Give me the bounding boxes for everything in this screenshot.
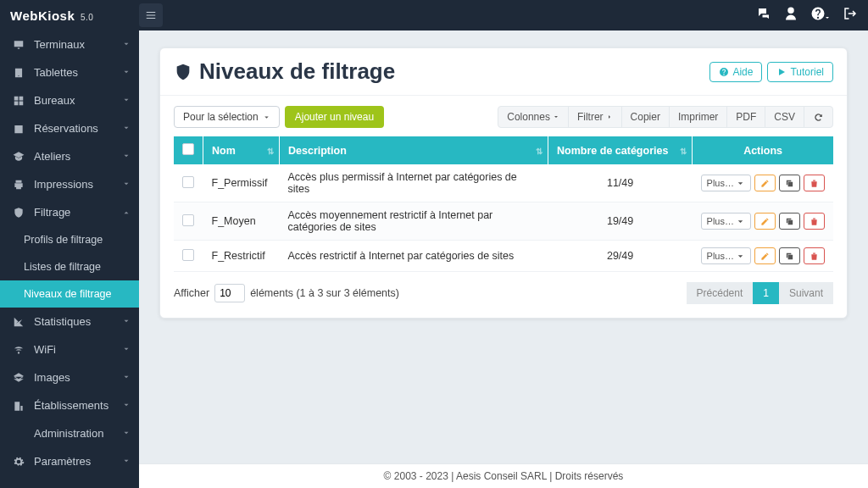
help-icon[interactable] (810, 6, 831, 25)
sidebar-item-label: Paramètres (34, 455, 91, 468)
sidebar-item-wifi[interactable]: WiFi (0, 336, 139, 363)
sidebar-subitem-profils-de-filtrage[interactable]: Profils de filtrage (0, 226, 139, 253)
cell-name: F_Moyen (203, 202, 280, 241)
sidebar-item-images[interactable]: Images (0, 363, 139, 391)
filter-button[interactable]: Filtrer (569, 107, 622, 127)
print-icon (10, 179, 27, 191)
table-row: F_Moyen Accès moyennement restrictif à I… (174, 202, 833, 241)
edit-button[interactable] (754, 213, 776, 230)
edit-button[interactable] (754, 175, 776, 191)
sidebar-item-label: Niveaux de filtrage (24, 288, 112, 300)
duplicate-button[interactable] (779, 247, 800, 264)
chevron-down-icon (122, 315, 131, 328)
sidebar-item-label: Statistiques (34, 315, 91, 328)
chevron-down-icon (122, 399, 131, 412)
tutorial-button[interactable]: Tutoriel (767, 62, 833, 82)
more-dropdown[interactable]: Plus… (701, 175, 751, 191)
refresh-button[interactable] (804, 107, 832, 127)
sidebar-subitem-niveaux-de-filtrage[interactable]: Niveaux de filtrage (0, 280, 139, 308)
row-checkbox[interactable] (182, 249, 194, 261)
sidebar-item-bureaux[interactable]: Bureaux (0, 86, 139, 114)
cell-description: Accès restrictif à Internet par catégori… (280, 241, 548, 272)
desktop-icon (10, 39, 27, 51)
sidebar-item-r-servations[interactable]: Réservations (0, 114, 139, 142)
sidebar-item-label: Tablettes (34, 66, 78, 79)
sidebar-item-label: Bureaux (34, 94, 75, 107)
selection-dropdown[interactable]: Pour la sélection (174, 106, 280, 128)
print-button[interactable]: Imprimer (670, 107, 727, 127)
page-1[interactable]: 1 (753, 282, 779, 304)
chevron-down-icon (122, 38, 131, 51)
delete-button[interactable] (804, 175, 825, 191)
more-dropdown[interactable]: Plus… (701, 213, 751, 230)
help-button[interactable]: Aide (709, 62, 762, 82)
sidebar-item-label: Établissements (34, 399, 108, 412)
sidebar-item-param-tres[interactable]: Paramètres (0, 447, 139, 475)
sidebar-item-statistiques[interactable]: Statistiques (0, 308, 139, 336)
main-card: Niveaux de filtrage Aide Tutoriel Pour l… (159, 47, 848, 319)
sidebar-subitem-listes-de-filtrage[interactable]: Listes de filtrage (0, 253, 139, 280)
graduation-icon (10, 151, 27, 163)
col-description[interactable]: Description⇅ (280, 136, 548, 164)
sidebar-item-ateliers[interactable]: Ateliers (0, 142, 139, 170)
menu-toggle[interactable] (139, 3, 163, 27)
row-checkbox[interactable] (182, 176, 194, 188)
sidebar-item-impressions[interactable]: Impressions (0, 170, 139, 198)
check-all[interactable] (182, 143, 194, 155)
col-categories[interactable]: Nombre de catégories⇅ (548, 136, 693, 164)
chevron-down-icon (122, 122, 131, 135)
next-page[interactable]: Suivant (779, 282, 833, 304)
more-dropdown[interactable]: Plus… (701, 247, 751, 264)
duplicate-button[interactable] (779, 213, 800, 230)
tablet-icon (10, 67, 27, 79)
copy-button[interactable]: Copier (622, 107, 670, 127)
csv-button[interactable]: CSV (765, 107, 804, 127)
sidebar-item-label: Administration (34, 427, 103, 440)
col-checkbox (174, 136, 203, 164)
edit-button[interactable] (754, 247, 776, 264)
sidebar-item-filtrage[interactable]: Filtrage (0, 198, 139, 226)
sidebar-item-label: Terminaux (34, 38, 85, 51)
sidebar-item-terminaux[interactable]: Terminaux (0, 30, 139, 58)
user-icon[interactable] (783, 6, 798, 25)
sidebar-item--tablissements[interactable]: Établissements (0, 391, 139, 419)
chat-icon[interactable] (756, 6, 771, 25)
cell-categories: 29/49 (548, 241, 693, 272)
logout-icon[interactable] (843, 6, 858, 25)
delete-button[interactable] (804, 213, 825, 230)
sidebar-item-label: WiFi (34, 343, 56, 356)
cell-description: Accès plus permissif à Internet par caté… (280, 164, 548, 202)
chevron-down-icon (122, 455, 131, 468)
export-toolbar: Colonnes Filtrer Copier Imprimer PDF CSV (498, 106, 833, 128)
table-row: F_Permissif Accès plus permissif à Inter… (174, 164, 833, 202)
levels-table: Nom⇅ Description⇅ Nombre de catégories⇅ … (174, 136, 833, 272)
brand: WebKiosk 5.0 (10, 8, 139, 23)
chevron-down-icon (122, 206, 131, 219)
chevron-down-icon (122, 427, 131, 440)
wifi-icon (10, 344, 27, 356)
per-page-input[interactable] (214, 284, 245, 302)
sidebar-item-label: Ateliers (34, 150, 70, 163)
grid-icon (10, 95, 27, 107)
sidebar-item-label: Filtrage (34, 206, 70, 219)
prev-page[interactable]: Précédent (687, 282, 754, 304)
pdf-button[interactable]: PDF (727, 107, 765, 127)
sliders-icon (10, 428, 27, 440)
sidebar-item-label: Profils de filtrage (24, 234, 103, 246)
delete-button[interactable] (804, 247, 825, 264)
chevron-down-icon (122, 371, 131, 384)
cell-description: Accès moyennement restrictif à Internet … (280, 202, 548, 241)
duplicate-button[interactable] (779, 175, 800, 191)
sidebar-item-tablettes[interactable]: Tablettes (0, 58, 139, 86)
chevron-down-icon (122, 94, 131, 107)
sidebar-item-label: Images (34, 371, 70, 384)
col-name[interactable]: Nom⇅ (203, 136, 280, 164)
cell-name: F_Restrictif (203, 241, 280, 272)
columns-button[interactable]: Colonnes (498, 107, 569, 127)
row-checkbox[interactable] (182, 214, 194, 226)
layers-icon (10, 372, 27, 384)
sidebar-item-administration[interactable]: Administration (0, 419, 139, 447)
add-level-button[interactable]: Ajouter un niveau (285, 106, 384, 128)
sidebar-item-label: Réservations (34, 122, 98, 135)
elements-label: éléments (250, 287, 293, 299)
